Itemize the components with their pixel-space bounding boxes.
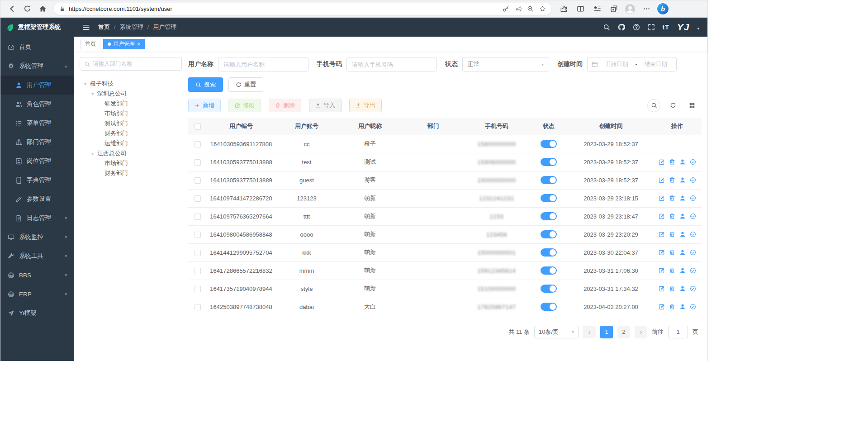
row-checkbox[interactable]: [194, 141, 201, 147]
tree-node[interactable]: 财务部门: [80, 128, 182, 138]
tree-node[interactable]: 研发部门: [80, 99, 182, 109]
status-select[interactable]: 正常 ▾: [462, 57, 549, 71]
username-input[interactable]: [218, 57, 308, 71]
row-assign-role-icon[interactable]: [690, 285, 696, 292]
topbar-tool-button[interactable]: [633, 24, 640, 31]
page-jump-input[interactable]: [668, 326, 688, 338]
row-edit-icon[interactable]: [659, 213, 665, 219]
more-options-icon[interactable]: [640, 3, 652, 15]
status-toggle[interactable]: [541, 158, 557, 166]
row-reset-password-icon[interactable]: [679, 304, 686, 310]
browser-tool-button[interactable]: [558, 3, 569, 15]
next-page-button[interactable]: ›: [635, 326, 647, 338]
browser-tool-button[interactable]: [591, 3, 603, 15]
urlbar-tool[interactable]: [539, 5, 546, 12]
sidebar-menu-item[interactable]: 系统工具 ▾: [0, 247, 74, 266]
row-assign-role-icon[interactable]: [690, 231, 696, 238]
sidebar-toggle-button[interactable]: [82, 24, 90, 31]
row-edit-icon[interactable]: [659, 195, 665, 201]
page-size-select[interactable]: 10条/页 ▾: [534, 326, 579, 338]
caret-down-icon[interactable]: ▾: [90, 91, 95, 96]
row-reset-password-icon[interactable]: [679, 195, 686, 201]
row-assign-role-icon[interactable]: [690, 195, 696, 201]
row-delete-icon[interactable]: [669, 195, 675, 201]
caret-down-icon[interactable]: ▾: [82, 81, 88, 86]
url-text[interactable]: https://ccnetcore.com:1101/system/user: [69, 5, 497, 12]
browser-nav-button[interactable]: [20, 2, 34, 16]
row-assign-role-icon[interactable]: [690, 249, 696, 256]
status-toggle[interactable]: [541, 248, 557, 257]
sidebar-menu-item[interactable]: 系统管理 ▴: [0, 57, 74, 76]
row-edit-icon[interactable]: [659, 304, 665, 310]
caret-down-icon[interactable]: ▾: [90, 151, 95, 156]
bing-copilot-icon[interactable]: b: [657, 3, 669, 14]
row-delete-icon[interactable]: [669, 285, 675, 292]
row-assign-role-icon[interactable]: [690, 304, 696, 310]
status-toggle[interactable]: [541, 176, 557, 184]
app-logo[interactable]: 意框架管理系统: [0, 18, 74, 37]
row-reset-password-icon[interactable]: [679, 267, 686, 274]
tree-node[interactable]: ▾ 橙子科技: [80, 79, 182, 89]
browser-tool-button[interactable]: [574, 3, 586, 15]
topbar-tool-button[interactable]: [618, 24, 625, 31]
browser-tool-button[interactable]: [608, 3, 620, 15]
urlbar-tool[interactable]: [503, 5, 509, 12]
tree-node[interactable]: 市场部门: [80, 109, 182, 119]
sidebar-menu-item[interactable]: BBS ▾: [0, 266, 74, 285]
browser-url-bar[interactable]: https://ccnetcore.com:1101/system/user A: [54, 3, 551, 15]
breadcrumb-item[interactable]: 系统管理: [110, 23, 143, 31]
row-reset-password-icon[interactable]: [679, 231, 686, 238]
row-checkbox[interactable]: [194, 195, 201, 202]
topbar-tool-button[interactable]: tT: [663, 24, 669, 31]
toggle-search-button[interactable]: [647, 99, 660, 112]
row-reset-password-icon[interactable]: [679, 249, 686, 256]
row-delete-icon[interactable]: [669, 267, 675, 274]
status-toggle[interactable]: [541, 230, 557, 238]
tab[interactable]: 用户管理 ×: [103, 39, 145, 49]
tree-node[interactable]: ▾ 深圳总公司: [80, 89, 182, 99]
sidebar-menu-item[interactable]: 字典管理: [0, 171, 74, 190]
status-toggle[interactable]: [541, 212, 557, 220]
tree-node[interactable]: 市场部门: [80, 158, 182, 168]
sidebar-menu-item[interactable]: 首页: [0, 38, 74, 57]
add-button[interactable]: 新增: [188, 99, 221, 112]
sidebar-menu-item[interactable]: 角色管理: [0, 95, 74, 114]
row-assign-role-icon[interactable]: [690, 267, 696, 274]
row-delete-icon[interactable]: [669, 213, 675, 219]
sidebar-menu-item[interactable]: 菜单管理: [0, 114, 74, 133]
sidebar-menu-item[interactable]: 系统监控 ▾: [0, 228, 74, 247]
tree-node[interactable]: 财务部门: [80, 168, 182, 178]
column-settings-button[interactable]: [685, 99, 698, 112]
row-assign-role-icon[interactable]: [690, 159, 696, 165]
status-toggle[interactable]: [541, 194, 557, 202]
status-toggle[interactable]: [541, 266, 557, 275]
reset-button[interactable]: 重置: [228, 77, 263, 92]
search-button[interactable]: 搜索: [188, 77, 223, 92]
row-checkbox[interactable]: [194, 250, 201, 256]
sidebar-menu-item[interactable]: 用户管理: [0, 76, 74, 95]
row-checkbox[interactable]: [194, 214, 201, 220]
export-button[interactable]: 导出: [349, 99, 382, 112]
row-checkbox[interactable]: [194, 177, 201, 184]
date-start-placeholder[interactable]: 开始日期: [600, 61, 633, 68]
row-checkbox[interactable]: [194, 268, 201, 274]
prev-page-button[interactable]: ‹: [583, 326, 596, 338]
row-checkbox[interactable]: [194, 286, 201, 292]
profile-avatar-icon[interactable]: [625, 4, 636, 14]
browser-nav-button[interactable]: [5, 2, 19, 16]
row-checkbox[interactable]: [194, 159, 201, 166]
row-edit-icon[interactable]: [659, 177, 665, 183]
tree-node[interactable]: ▾ 江西总公司: [80, 148, 182, 158]
row-edit-icon[interactable]: [659, 285, 665, 292]
tree-node[interactable]: 测试部门: [80, 119, 182, 128]
breadcrumb-item[interactable]: 用户管理: [143, 23, 177, 31]
delete-button[interactable]: 删除: [269, 99, 301, 112]
refresh-table-button[interactable]: [666, 99, 679, 112]
row-delete-icon[interactable]: [669, 159, 675, 165]
page-number-button[interactable]: 2: [617, 326, 630, 338]
row-reset-password-icon[interactable]: [679, 177, 686, 183]
row-delete-icon[interactable]: [669, 249, 675, 256]
sidebar-menu-item[interactable]: 参数设置: [0, 190, 74, 209]
row-checkbox[interactable]: [194, 304, 201, 310]
date-end-placeholder[interactable]: 结束日期: [640, 61, 672, 68]
